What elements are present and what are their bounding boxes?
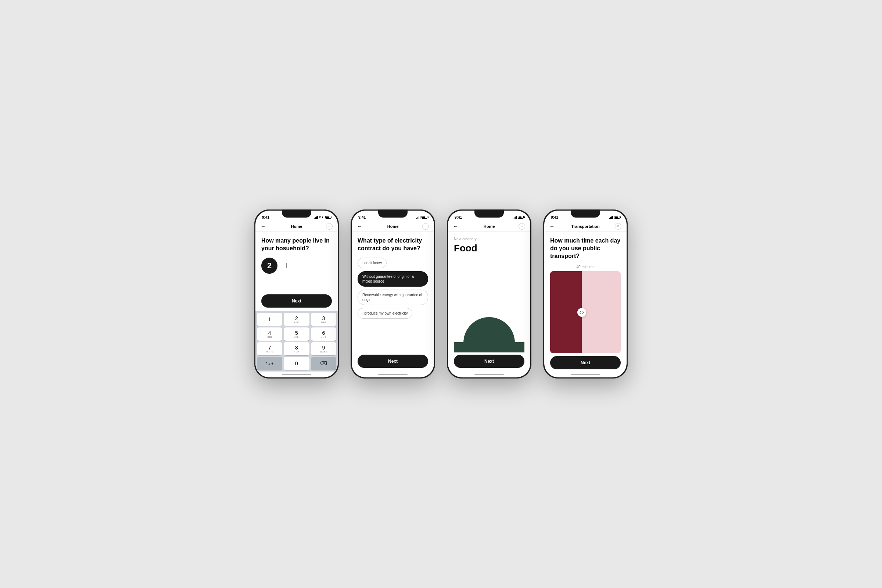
nav-title-2: Home <box>387 224 399 229</box>
next-button-3[interactable]: Next <box>454 355 524 368</box>
signal-bar <box>314 218 315 219</box>
key-delete[interactable]: ⌫ <box>311 357 336 370</box>
phone-transport: 9:41 ← Transportation ↺ <box>543 210 628 378</box>
back-button-3[interactable]: ← <box>453 224 458 230</box>
signal-bar <box>317 216 318 219</box>
status-icons-2 <box>416 216 428 219</box>
nav-action-2[interactable]: ○ <box>422 223 429 230</box>
battery-1 <box>325 216 331 219</box>
food-semicircle <box>464 317 515 343</box>
nav-title-4: Transportation <box>571 224 599 229</box>
wifi-icon-1: ▾▲ <box>319 215 324 219</box>
screen-content-1: How many people live in your hosuehold? … <box>255 232 338 311</box>
status-time-4: 9:41 <box>551 215 558 219</box>
status-icons-4 <box>609 216 620 219</box>
status-icons-1: ▾▲ <box>314 215 331 219</box>
key-8[interactable]: 8TUV <box>284 342 309 356</box>
next-category-label: Next category <box>454 237 524 241</box>
signal-bars-3 <box>513 216 517 219</box>
option-renewable[interactable]: Renewable energy with guarantee of origi… <box>358 290 428 305</box>
nav-title-3: Home <box>484 224 495 229</box>
signal-bar <box>316 216 317 219</box>
number-display-1: 2 | <box>261 258 332 274</box>
notch-4 <box>571 210 600 218</box>
transport-slider-area[interactable]: ❮❯ <box>550 271 621 353</box>
nav-action-1[interactable]: ○ <box>326 223 333 230</box>
numpad-row-2: 4GHI 5JKL 6MNO <box>257 327 336 340</box>
home-indicator-4 <box>544 372 627 377</box>
reload-icon[interactable]: ↺ <box>615 223 621 230</box>
status-time-3: 9:41 <box>454 215 462 219</box>
number-circle-1: 2 <box>261 258 278 274</box>
screen-content-2: What type of electricity contract do you… <box>352 232 434 372</box>
options-container: I don't know Without guarantee of origin… <box>358 258 428 322</box>
category-title: Food <box>454 243 524 254</box>
transport-right <box>582 271 621 353</box>
spacer-1 <box>261 278 332 294</box>
scene: 9:41 ▾▲ ← Home ○ <box>240 188 642 400</box>
option-dont-know[interactable]: I don't know <box>358 258 387 268</box>
numpad-1: 1 2ABC 3DEF 4GHI 5JKL 6MNO 7PQRS 8TUV 9W… <box>255 311 338 372</box>
signal-bar <box>315 217 316 219</box>
notch-2 <box>378 210 408 218</box>
nav-bar-3: ← Home ○ <box>448 221 530 232</box>
key-2[interactable]: 2ABC <box>284 313 309 326</box>
nav-action-3[interactable]: ○ <box>519 223 525 230</box>
battery-3 <box>518 216 524 219</box>
signal-bars-1 <box>314 216 318 219</box>
home-indicator-2 <box>352 372 434 377</box>
nav-bar-1: ← Home ○ <box>255 221 338 232</box>
numpad-row-4: * # + 0 ⌫ <box>257 357 336 370</box>
status-icons-3 <box>513 216 524 219</box>
nav-bar-2: ← Home ○ <box>352 221 434 232</box>
home-indicator-3 <box>448 372 530 377</box>
key-3[interactable]: 3DEF <box>311 313 336 326</box>
food-bar <box>454 342 524 352</box>
numpad-row-1: 1 2ABC 3DEF <box>257 313 336 326</box>
signal-bars-4 <box>609 216 613 219</box>
key-7[interactable]: 7PQRS <box>257 342 282 356</box>
time-label: 40 minutes <box>550 265 621 269</box>
next-button-4[interactable]: Next <box>550 356 621 369</box>
spacer-2 <box>358 322 428 355</box>
nav-title-1: Home <box>291 224 303 229</box>
battery-2 <box>422 216 428 219</box>
home-indicator-1 <box>255 372 338 377</box>
key-0[interactable]: 0 <box>284 357 309 370</box>
number-input-display-1: | <box>281 259 292 272</box>
notch-3 <box>474 210 504 218</box>
key-5[interactable]: 5JKL <box>284 327 309 340</box>
food-visual <box>454 259 524 343</box>
next-button-1[interactable]: Next <box>261 294 332 308</box>
home-bar-1 <box>282 374 311 375</box>
key-special[interactable]: * # + <box>257 357 282 370</box>
option-produce[interactable]: I produce my own electricity <box>358 308 412 319</box>
status-time-2: 9:41 <box>358 215 366 219</box>
question-1: How many people live in your hosuehold? <box>261 237 332 252</box>
battery-4 <box>614 216 620 219</box>
key-4[interactable]: 4GHI <box>257 327 282 340</box>
question-4: How much time each day do you use public… <box>550 237 621 260</box>
notch <box>282 210 311 218</box>
nav-bar-4: ← Transportation ↺ <box>544 221 627 232</box>
back-button-4[interactable]: ← <box>549 224 555 230</box>
screen-content-3: Next category Food Next <box>448 232 530 372</box>
key-9[interactable]: 9WXYZ <box>311 342 336 356</box>
key-6[interactable]: 6MNO <box>311 327 336 340</box>
back-button-1[interactable]: ← <box>261 224 266 230</box>
screen-content-4: How much time each day do you use public… <box>544 232 627 372</box>
status-time-1: 9:41 <box>262 215 269 219</box>
back-button-2[interactable]: ← <box>357 224 362 230</box>
slider-handle[interactable]: ❮❯ <box>578 308 586 317</box>
number-value-1: 2 <box>267 261 272 270</box>
question-2: What type of electricity contract do you… <box>358 237 428 252</box>
numpad-row-3: 7PQRS 8TUV 9WXYZ <box>257 342 336 356</box>
battery-fill-1 <box>326 216 329 218</box>
signal-bars-2 <box>416 216 420 219</box>
spacer-4 <box>550 353 621 356</box>
key-1[interactable]: 1 <box>257 313 282 326</box>
next-button-2[interactable]: Next <box>358 355 428 368</box>
phone-electricity: 9:41 ← Home ○ <box>351 210 435 378</box>
phone-household: 9:41 ▾▲ ← Home ○ <box>254 210 339 378</box>
option-without-guarantee[interactable]: Without guarantee of origin or a mixed s… <box>358 271 428 286</box>
